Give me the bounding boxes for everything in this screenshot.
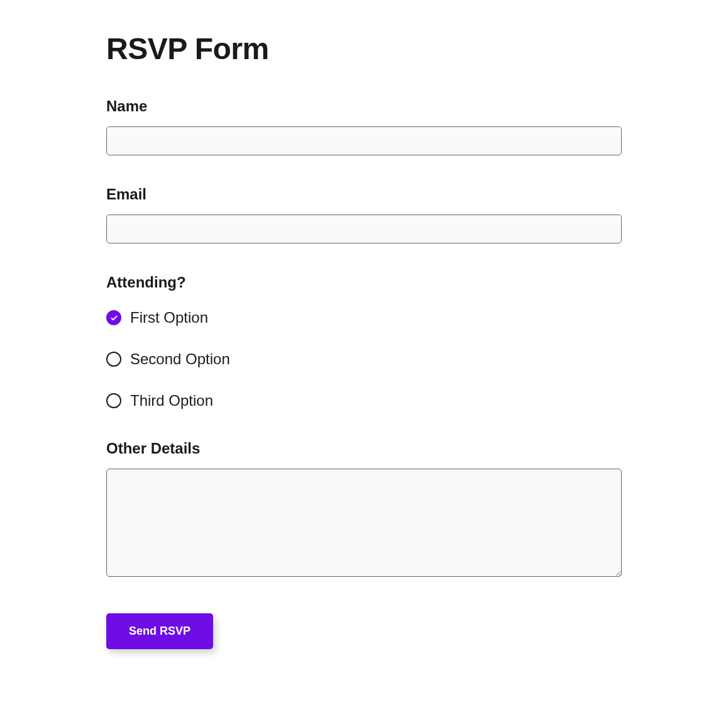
name-input[interactable] (106, 126, 622, 155)
radio-label-third: Third Option (130, 392, 213, 410)
name-field-group: Name (106, 98, 622, 155)
send-rsvp-button[interactable]: Send RSVP (106, 613, 213, 649)
rsvp-form-container: RSVP Form Name Email Attending? First Op… (94, 31, 634, 649)
details-textarea[interactable] (106, 469, 622, 577)
radio-item-third[interactable]: Third Option (106, 392, 622, 410)
radio-label-second: Second Option (130, 350, 230, 368)
attending-radio-group: First Option Second Option Third Option (106, 309, 622, 410)
email-input[interactable] (106, 215, 622, 243)
attending-label: Attending? (106, 274, 622, 291)
email-field-group: Email (106, 186, 622, 243)
radio-unchecked-icon[interactable] (106, 393, 121, 408)
radio-label-first: First Option (130, 309, 208, 326)
attending-field-group: Attending? First Option Second Option Th… (106, 274, 622, 410)
radio-unchecked-icon[interactable] (106, 352, 121, 367)
email-label: Email (106, 186, 622, 203)
form-title: RSVP Form (106, 31, 622, 66)
radio-checked-icon[interactable] (106, 310, 121, 325)
radio-item-second[interactable]: Second Option (106, 350, 622, 368)
radio-item-first[interactable]: First Option (106, 309, 622, 326)
name-label: Name (106, 98, 622, 115)
details-field-group: Other Details (106, 440, 622, 579)
details-label: Other Details (106, 440, 622, 457)
